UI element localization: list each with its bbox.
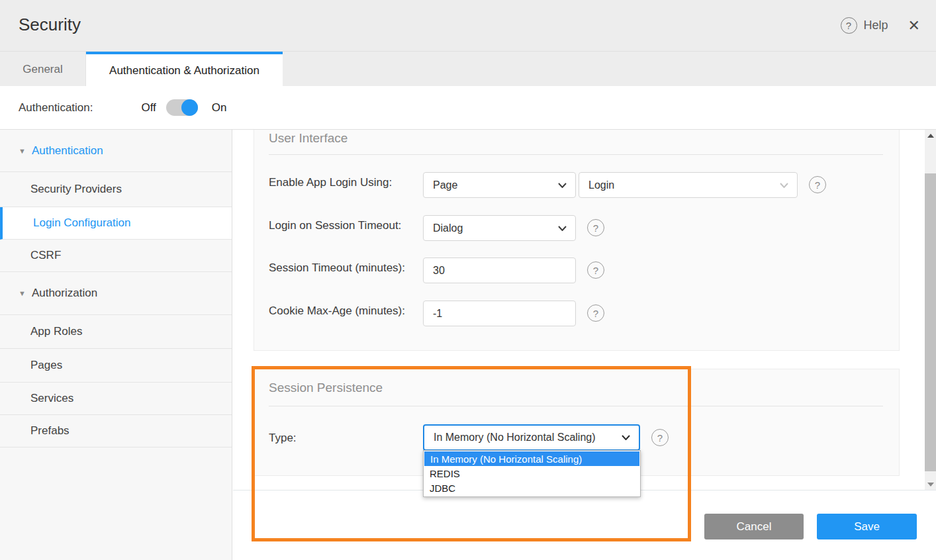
sidebar-group-authorization[interactable]: ▼ Authorization (0, 272, 232, 315)
type-label: Type: (269, 432, 297, 445)
select-value: Login (588, 179, 614, 191)
cancel-button[interactable]: Cancel (704, 514, 804, 539)
authentication-toggle-row: Authentication: Off On (0, 86, 936, 130)
sidebar-group-authentication[interactable]: ▼ Authentication (0, 130, 232, 172)
toggle-off-label: Off (141, 101, 156, 115)
help-icon[interactable]: ? (587, 304, 604, 322)
security-dialog: Security ? Help ✕ General Authentication… (0, 0, 936, 560)
title-bar: Security ? Help ✕ (0, 0, 936, 51)
help-label: Help (864, 19, 888, 32)
session-timeout-label: Session Timeout (minutes): (269, 261, 405, 275)
help-icon[interactable]: ? (809, 176, 826, 193)
enable-app-login-label: Enable App Login Using: (269, 176, 392, 189)
settings-main: User Interface Enable App Login Using: P… (233, 130, 936, 560)
sidebar-group-label: Authentication (32, 144, 103, 158)
section-title: Session Persistence (269, 381, 383, 395)
sidebar-item-label: Pages (30, 359, 62, 372)
sidebar-item-app-roles[interactable]: App Roles (0, 315, 232, 349)
section-divider (269, 154, 883, 155)
cookie-max-age-label: Cookie Max-Age (minutes): (269, 304, 405, 318)
tab-bar: General Authentication & Authorization (0, 51, 936, 86)
section-divider (269, 406, 883, 406)
sidebar-item-label: App Roles (30, 325, 82, 338)
select-value: In Memory (No Horizontal Scaling) (434, 432, 596, 443)
tab-general[interactable]: General (0, 52, 86, 87)
authentication-label: Authentication: (19, 101, 93, 115)
type-select-dropdown: In Memory (No Horizontal Scaling) REDIS … (423, 450, 641, 497)
login-session-timeout-select[interactable]: Dialog (423, 215, 576, 241)
help-circle-icon: ? (841, 17, 857, 34)
dropdown-option-in-memory[interactable]: In Memory (No Horizontal Scaling) (424, 451, 639, 466)
chevron-down-icon (622, 435, 630, 440)
vertical-scrollbar[interactable] (925, 130, 936, 490)
toggle-on-label: On (212, 101, 227, 115)
scrollbar-thumb[interactable] (925, 173, 936, 471)
dropdown-option-jdbc[interactable]: JDBC (424, 481, 640, 495)
help-icon[interactable]: ? (587, 219, 604, 236)
sidebar-item-security-providers[interactable]: Security Providers (0, 172, 232, 207)
help-icon[interactable]: ? (587, 261, 604, 279)
login-page-select[interactable]: Login (579, 172, 798, 198)
chevron-down-icon (558, 183, 567, 188)
settings-sidebar: ▼ Authentication Security Providers Logi… (0, 130, 232, 560)
triangle-up-icon (927, 134, 934, 138)
session-persistence-type-select[interactable]: In Memory (No Horizontal Scaling) (423, 424, 640, 451)
dropdown-option-redis[interactable]: REDIS (424, 466, 640, 481)
login-session-timeout-label: Login on Session Timeout: (269, 219, 401, 232)
collapse-triangle-icon: ▼ (19, 289, 26, 297)
sidebar-item-login-configuration[interactable]: Login Configuration (0, 207, 232, 240)
sidebar-item-label: Services (30, 392, 73, 405)
section-title: User Interface (269, 131, 348, 146)
enable-app-login-select[interactable]: Page (423, 172, 576, 198)
cookie-max-age-input[interactable] (423, 301, 576, 326)
scroll-down-button[interactable] (925, 479, 936, 490)
dialog-footer: Cancel Save (233, 490, 936, 560)
sidebar-item-label: CSRF (30, 249, 61, 262)
chevron-down-icon (780, 183, 788, 188)
select-value: Dialog (433, 222, 463, 234)
close-icon[interactable]: ✕ (908, 19, 920, 33)
sidebar-group-label: Authorization (32, 287, 97, 300)
save-button[interactable]: Save (817, 514, 917, 539)
triangle-down-icon (927, 483, 934, 487)
select-value: Page (433, 179, 457, 191)
user-interface-section: User Interface Enable App Login Using: P… (254, 130, 900, 351)
session-timeout-input[interactable] (423, 257, 576, 283)
sidebar-item-label: Login Configuration (33, 216, 130, 230)
sidebar-item-services[interactable]: Services (0, 383, 232, 415)
scroll-up-button[interactable] (925, 130, 936, 141)
page-title: Security (19, 15, 81, 35)
collapse-triangle-icon: ▼ (19, 147, 26, 155)
tab-authentication-authorization[interactable]: Authentication & Authorization (86, 52, 283, 87)
sidebar-item-pages[interactable]: Pages (0, 349, 232, 383)
authentication-toggle[interactable] (166, 99, 198, 116)
chevron-down-icon (558, 226, 567, 231)
sidebar-item-label: Prefabs (30, 424, 70, 438)
sidebar-item-label: Security Providers (30, 183, 122, 196)
help-icon[interactable]: ? (651, 429, 669, 446)
help-button[interactable]: ? Help (841, 17, 888, 34)
sidebar-item-csrf[interactable]: CSRF (0, 240, 232, 272)
toggle-knob (181, 99, 198, 116)
sidebar-item-prefabs[interactable]: Prefabs (0, 415, 232, 447)
